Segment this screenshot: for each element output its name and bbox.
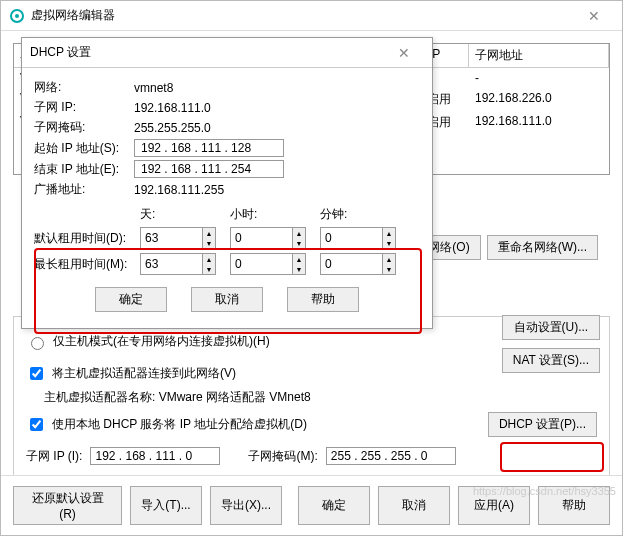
endip-label: 结束 IP 地址(E): (34, 161, 134, 178)
rename-network-button[interactable]: 重命名网络(W)... (487, 235, 598, 260)
mask-label: 子网掩码: (34, 119, 134, 136)
ok-button[interactable]: 确定 (298, 486, 370, 525)
startip-field[interactable]: 192 . 168 . 111 . 128 (134, 139, 284, 157)
dialog-title: DHCP 设置 (30, 44, 91, 61)
auto-settings-button[interactable]: 自动设置(U)... (502, 315, 600, 340)
use-dhcp-label: 使用本地 DHCP 服务将 IP 地址分配给虚拟机(D) (52, 416, 307, 433)
subnet-ip-field[interactable]: 192 . 168 . 111 . 0 (90, 447, 220, 465)
day-header: 天: (140, 206, 230, 223)
close-icon[interactable]: ✕ (574, 8, 614, 24)
max-hour-spinner[interactable]: ▲▼ (230, 253, 306, 275)
dhcp-settings-button[interactable]: DHCP 设置(P)... (488, 412, 597, 437)
mask-value: 255.255.255.0 (134, 121, 211, 135)
connect-host-label: 将主机虚拟适配器连接到此网络(V) (52, 365, 236, 382)
subnet-mask-field[interactable]: 255 . 255 . 255 . 0 (326, 447, 456, 465)
app-icon (9, 8, 25, 24)
max-day-spinner[interactable]: ▲▼ (140, 253, 216, 275)
net-value: vmnet8 (134, 81, 173, 95)
host-adapter-label: 主机虚拟适配器名称: VMware 网络适配器 VMnet8 (44, 389, 597, 406)
subnet-mask-label: 子网掩码(M): (248, 448, 317, 465)
broadcast-label: 广播地址: (34, 181, 134, 198)
apply-button[interactable]: 应用(A) (458, 486, 530, 525)
hostonly-radio[interactable] (31, 337, 44, 350)
default-day-spinner[interactable]: ▲▼ (140, 227, 216, 249)
endip-field[interactable]: 192 . 168 . 111 . 254 (134, 160, 284, 178)
dhcp-dialog: DHCP 设置 ✕ 网络:vmnet8 子网 IP:192.168.111.0 … (21, 37, 433, 329)
startip-label: 起始 IP 地址(S): (34, 140, 134, 157)
nat-settings-button[interactable]: NAT 设置(S)... (502, 348, 600, 373)
dialog-help-button[interactable]: 帮助 (287, 287, 359, 312)
net-label: 网络: (34, 79, 134, 96)
dialog-ok-button[interactable]: 确定 (95, 287, 167, 312)
subnetip-label: 子网 IP: (34, 99, 134, 116)
default-hour-spinner[interactable]: ▲▼ (230, 227, 306, 249)
subnet-ip-label: 子网 IP (I): (26, 448, 82, 465)
default-min-spinner[interactable]: ▲▼ (320, 227, 396, 249)
th-subnet: 子网地址 (469, 44, 609, 68)
hour-header: 小时: (230, 206, 320, 223)
help-button[interactable]: 帮助 (538, 486, 610, 525)
main-title: 虚拟网络编辑器 (31, 7, 115, 24)
default-lease-label: 默认租用时间(D): (34, 230, 140, 247)
restore-defaults-button[interactable]: 还原默认设置(R) (13, 486, 122, 525)
import-button[interactable]: 导入(T)... (130, 486, 202, 525)
bottom-bar: 还原默认设置(R) 导入(T)... 导出(X)... 确定 取消 应用(A) … (1, 475, 622, 535)
main-titlebar: 虚拟网络编辑器 ✕ (1, 1, 622, 31)
cancel-button[interactable]: 取消 (378, 486, 450, 525)
connect-host-checkbox[interactable] (30, 367, 43, 380)
minute-header: 分钟: (320, 206, 410, 223)
max-lease-label: 最长租用时间(M): (34, 256, 140, 273)
max-min-spinner[interactable]: ▲▼ (320, 253, 396, 275)
dialog-cancel-button[interactable]: 取消 (191, 287, 263, 312)
svg-point-1 (15, 14, 19, 18)
use-dhcp-checkbox[interactable] (30, 418, 43, 431)
broadcast-value: 192.168.111.255 (134, 183, 224, 197)
export-button[interactable]: 导出(X)... (210, 486, 282, 525)
hostonly-label: 仅主机模式(在专用网络内连接虚拟机)(H) (53, 333, 270, 350)
main-window: 虚拟网络编辑器 ✕ 名 HCP 子网地址 V - V 已启用 192.168.2… (0, 0, 623, 536)
subnetip-value: 192.168.111.0 (134, 101, 211, 115)
dialog-close-icon[interactable]: ✕ (384, 45, 424, 61)
